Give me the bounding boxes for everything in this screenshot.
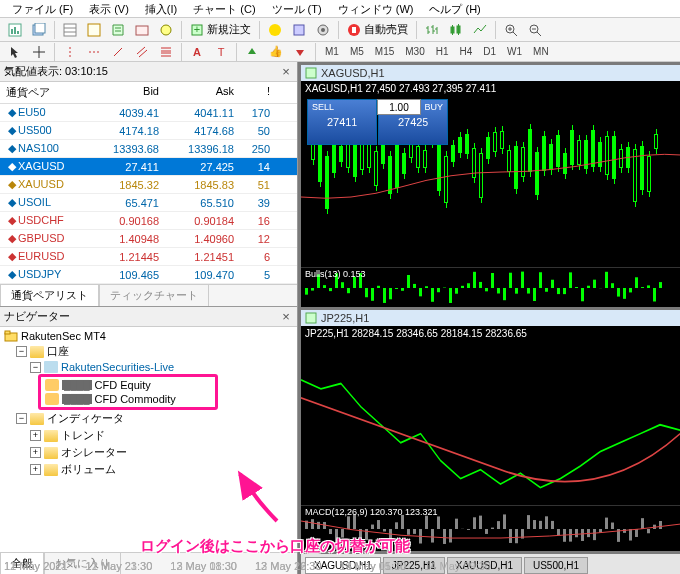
- svg-rect-133: [467, 529, 470, 530]
- svg-rect-1: [11, 29, 13, 34]
- svg-rect-146: [545, 516, 548, 529]
- hline-icon[interactable]: [83, 42, 105, 62]
- sell-button[interactable]: SELL27411: [307, 99, 377, 145]
- svg-rect-82: [527, 288, 530, 294]
- tree-accounts[interactable]: −口座: [2, 343, 295, 360]
- options-icon[interactable]: [312, 20, 334, 40]
- symbol-row-US500[interactable]: ◆US5004174.184174.6850: [0, 122, 297, 140]
- close-icon[interactable]: ×: [279, 65, 293, 79]
- menu-item[interactable]: ウィンドウ (W): [330, 1, 422, 16]
- symbol-row-XAUUSD[interactable]: ◆XAUUSD1845.321845.8351: [0, 176, 297, 194]
- terminal-icon[interactable]: [131, 20, 153, 40]
- svg-rect-57: [377, 285, 380, 287]
- svg-rect-126: [425, 516, 428, 529]
- menu-item[interactable]: ファイル (F): [4, 1, 81, 16]
- svg-rect-104: [659, 282, 662, 288]
- timeframe-M15[interactable]: M15: [370, 45, 399, 58]
- timeframe-M30[interactable]: M30: [400, 45, 429, 58]
- svg-line-25: [513, 32, 517, 36]
- svg-rect-63: [413, 283, 416, 287]
- tree-root[interactable]: RakutenSec MT4: [2, 329, 295, 343]
- chart-titlebar[interactable]: XAGUSD,H1: [301, 65, 680, 81]
- vline-icon[interactable]: [59, 42, 81, 62]
- svg-text:+: +: [194, 23, 200, 35]
- timeframe-M1[interactable]: M1: [320, 45, 344, 58]
- symbol-row-EURUSD[interactable]: ◆EURUSD1.214451.214516: [0, 248, 297, 266]
- timeframe-D1[interactable]: D1: [478, 45, 501, 58]
- svg-rect-67: [437, 288, 440, 292]
- svg-rect-160: [629, 529, 632, 541]
- symbol-row-GBPUSD[interactable]: ◆GBPUSD1.409481.4096012: [0, 230, 297, 248]
- chart-titlebar[interactable]: JP225,H1: [301, 310, 680, 326]
- menu-item[interactable]: チャート (C): [185, 1, 263, 16]
- meta-icon[interactable]: [264, 20, 286, 40]
- timeframe-MN[interactable]: MN: [528, 45, 554, 58]
- navigator-icon[interactable]: [107, 20, 129, 40]
- svg-rect-141: [515, 529, 518, 543]
- symbol-row-NAS100[interactable]: ◆NAS10013393.6813396.18250: [0, 140, 297, 158]
- zoom-in-icon[interactable]: [500, 20, 522, 40]
- svg-rect-122: [401, 515, 404, 529]
- bar-chart-icon[interactable]: [421, 20, 443, 40]
- timeframe-H1[interactable]: H1: [431, 45, 454, 58]
- menu-bar: ファイル (F)表示 (V)挿入(I)チャート (C)ツール (T)ウィンドウ …: [0, 0, 680, 18]
- tree-indicator-group[interactable]: +オシレーター: [2, 444, 295, 461]
- fibo-icon[interactable]: [155, 42, 177, 62]
- svg-rect-118: [377, 520, 380, 529]
- thumb-icon[interactable]: 👍: [265, 42, 287, 62]
- market-watch-icon[interactable]: [59, 20, 81, 40]
- autotrade-button[interactable]: 自動売買: [343, 22, 412, 37]
- close-icon[interactable]: ×: [279, 310, 293, 324]
- svg-rect-72: [467, 283, 470, 288]
- menu-item[interactable]: ツール (T): [264, 1, 330, 16]
- arrow-up-icon[interactable]: [241, 42, 263, 62]
- timeframe-M5[interactable]: M5: [345, 45, 369, 58]
- svg-rect-103: [653, 288, 656, 301]
- tree-account-2[interactable]: ████ CFD Commodity: [43, 392, 213, 406]
- text-icon[interactable]: A: [186, 42, 208, 62]
- crosshair-icon[interactable]: [28, 42, 50, 62]
- expert-icon[interactable]: [288, 20, 310, 40]
- symbol-row-EU50[interactable]: ◆EU504039.414041.11170: [0, 104, 297, 122]
- annotation-text: ログイン後はここから口座の切替が可能: [140, 537, 410, 556]
- channel-icon[interactable]: [131, 42, 153, 62]
- svg-point-11: [161, 25, 171, 35]
- tab-symbol-list[interactable]: 通貨ペアリスト: [0, 284, 99, 306]
- chart-area[interactable]: JP225,H1 28284.15 28346.65 28184.15 2823…: [301, 326, 680, 506]
- navigator-panel: ナビゲーター× RakutenSec MT4 −口座 −RakutenSecur…: [0, 306, 297, 574]
- symbol-row-USDCHF[interactable]: ◆USDCHF0.901680.9018416: [0, 212, 297, 230]
- tab-tick-chart[interactable]: ティックチャート: [99, 284, 209, 306]
- tree-account-1[interactable]: ████ CFD Equity: [43, 378, 213, 392]
- tree-server[interactable]: −RakutenSecurities-Live: [2, 360, 295, 374]
- arrow-down-icon[interactable]: [289, 42, 311, 62]
- indicator-bulls[interactable]: Bulls(13) 0.153: [301, 267, 680, 307]
- svg-rect-5: [35, 23, 45, 33]
- svg-rect-65: [425, 286, 428, 288]
- svg-rect-3: [17, 31, 19, 34]
- menu-item[interactable]: 挿入(I): [137, 1, 185, 16]
- symbol-row-XAGUSD[interactable]: ◆XAGUSD27.41127.42514: [0, 158, 297, 176]
- candle-chart-icon[interactable]: [445, 20, 467, 40]
- timeframe-H4[interactable]: H4: [455, 45, 478, 58]
- svg-rect-162: [641, 518, 644, 529]
- tree-indicator-group[interactable]: +トレンド: [2, 427, 295, 444]
- timeframe-W1[interactable]: W1: [502, 45, 527, 58]
- zoom-out-icon[interactable]: [524, 20, 546, 40]
- symbol-row-USDJPY[interactable]: ◆USDJPY109.465109.4705: [0, 266, 297, 284]
- volume-input[interactable]: [377, 99, 421, 115]
- menu-item[interactable]: 表示 (V): [81, 1, 137, 16]
- tree-indicators[interactable]: −インディケータ: [2, 410, 295, 427]
- chart-area[interactable]: XAGUSD,H1 27,450 27.493 27,395 27.411 SE…: [301, 81, 680, 267]
- cursor-icon[interactable]: [4, 42, 26, 62]
- svg-rect-96: [611, 283, 614, 288]
- strategy-tester-icon[interactable]: [155, 20, 177, 40]
- profiles-icon[interactable]: [28, 20, 50, 40]
- data-window-icon[interactable]: [83, 20, 105, 40]
- line-chart-icon[interactable]: [469, 20, 491, 40]
- text-label-icon[interactable]: T: [210, 42, 232, 62]
- trendline-icon[interactable]: [107, 42, 129, 62]
- symbol-row-USOIL[interactable]: ◆USOIL65.47165.51039: [0, 194, 297, 212]
- new-order-button[interactable]: +新規注文: [186, 22, 255, 37]
- new-chart-icon[interactable]: [4, 20, 26, 40]
- menu-item[interactable]: ヘルプ (H): [421, 1, 488, 16]
